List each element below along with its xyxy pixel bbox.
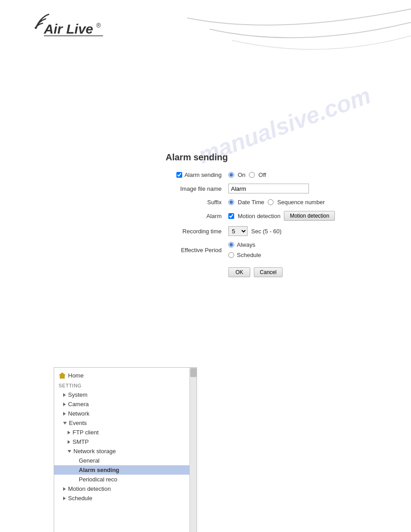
image-file-name-row: Image file name — [166, 184, 398, 193]
sidebar-system-label: System — [68, 391, 87, 398]
arrow-right-icon — [63, 412, 66, 416]
sidebar-general-label: General — [79, 457, 99, 464]
sidebar-smtp-label: SMTP — [73, 438, 89, 445]
motion-detection-button[interactable]: Motion detection — [284, 211, 335, 221]
always-option: Always — [228, 241, 255, 248]
alarm-on-label: On — [238, 172, 245, 178]
sidebar-item-ftp-client[interactable]: FTP client — [54, 428, 189, 437]
svg-text:®: ® — [96, 22, 101, 29]
button-row: OK Cancel — [228, 267, 398, 277]
sidebar-setting-title: SETTING — [54, 381, 189, 390]
image-file-input[interactable] — [228, 184, 309, 193]
suffix-datetime-label: Date Time — [238, 199, 264, 206]
sidebar-item-network-storage[interactable]: Network storage — [54, 446, 189, 456]
sidebar-item-periodical-rec[interactable]: Periodical reco — [54, 475, 189, 484]
alarm-sending-text: Alarm sending — [184, 172, 222, 178]
sidebar-schedule-label: Schedule — [68, 495, 92, 502]
sidebar-periodical-label: Periodical reco — [79, 476, 117, 483]
arrow-right-icon — [68, 440, 70, 444]
sidebar-item-smtp[interactable]: SMTP — [54, 437, 189, 446]
content-area: Alarm sending Alarm sending On Off Image… — [152, 143, 411, 286]
recording-time-unit: Sec (5 - 60) — [251, 228, 282, 235]
sidebar-network-label: Network — [68, 410, 90, 417]
always-label: Always — [237, 241, 255, 248]
svg-text:Air Live: Air Live — [43, 21, 93, 36]
sidebar-alarm-sending-label: Alarm sending — [79, 467, 119, 473]
arrow-right-icon — [63, 393, 66, 397]
alarm-off-radio[interactable] — [249, 172, 255, 178]
sidebar-item-system[interactable]: System — [54, 390, 189, 399]
recording-time-control: 5 10 15 30 60 Sec (5 - 60) — [228, 226, 282, 236]
suffix-datetime-radio[interactable] — [228, 199, 234, 205]
recording-time-label: Recording time — [166, 228, 228, 235]
recording-time-row: Recording time 5 10 15 30 60 Sec (5 - 60… — [166, 226, 398, 236]
page-title: Alarm sending — [166, 152, 398, 163]
recording-time-select[interactable]: 5 10 15 30 60 — [228, 226, 248, 236]
suffix-label: Suffix — [166, 199, 228, 206]
sidebar-item-camera[interactable]: Camera — [54, 399, 189, 409]
sidebar-item-alarm-sending[interactable]: Alarm sending — [54, 465, 189, 475]
image-file-label: Image file name — [166, 185, 228, 192]
suffix-sequence-radio[interactable] — [268, 199, 274, 205]
sidebar-item-events[interactable]: Events — [54, 418, 189, 428]
sidebar-scrollbar[interactable] — [189, 368, 197, 532]
alarm-label: Alarm — [166, 213, 228, 219]
header: Air Live ® — [0, 0, 411, 72]
cancel-button[interactable]: Cancel — [254, 267, 282, 277]
effective-period-control: Always Schedule — [228, 241, 261, 258]
sidebar-item-network[interactable]: Network — [54, 409, 189, 418]
sidebar-network-storage-label: Network storage — [73, 448, 116, 455]
alarm-sending-radios: On Off — [228, 172, 266, 178]
sidebar-item-schedule[interactable]: Schedule — [54, 493, 189, 503]
sidebar-events-label: Events — [69, 420, 87, 426]
sidebar-item-motion-detection[interactable]: Motion detection — [54, 484, 189, 493]
suffix-sequence-label: Sequence number — [277, 199, 325, 206]
motion-detection-label: Motion detection — [238, 213, 280, 219]
sidebar-motion-label: Motion detection — [68, 485, 111, 492]
effective-period-row: Effective Period Always Schedule — [166, 241, 398, 258]
sidebar-home-label: Home — [68, 372, 84, 379]
sidebar-item-general[interactable]: General — [54, 456, 189, 465]
alarm-sending-checkbox[interactable] — [176, 172, 182, 178]
arrow-down-icon — [68, 450, 71, 453]
motion-detection-checkbox[interactable] — [228, 213, 234, 219]
schedule-option: Schedule — [228, 252, 261, 258]
arrow-right-icon — [63, 487, 66, 491]
alarm-off-label: Off — [258, 172, 266, 178]
schedule-label: Schedule — [237, 252, 261, 258]
arrow-right-icon — [68, 431, 70, 434]
scroll-thumb[interactable] — [190, 368, 197, 377]
alarm-sending-label-cell: Alarm sending — [166, 172, 228, 178]
sidebar-ftp-label: FTP client — [73, 429, 98, 436]
alarm-on-radio[interactable] — [228, 172, 234, 178]
sidebar-home[interactable]: Home — [54, 370, 189, 381]
sidebar-camera-label: Camera — [68, 401, 89, 408]
image-file-control — [228, 184, 309, 193]
sidebar: Home SETTING System Camera Network Event… — [54, 367, 197, 532]
header-decoration — [142, 0, 411, 72]
arrow-down-icon — [63, 422, 67, 425]
alarm-row: Alarm Motion detection Motion detection — [166, 211, 398, 221]
alarm-control: Motion detection Motion detection — [228, 211, 335, 221]
airlive-logo: Air Live ® — [27, 13, 121, 43]
suffix-control: Date Time Sequence number — [228, 199, 325, 206]
arrow-right-icon — [63, 497, 66, 500]
suffix-row: Suffix Date Time Sequence number — [166, 199, 398, 206]
svg-point-0 — [35, 27, 37, 29]
alarm-sending-form: Alarm sending On Off Image file name Suf… — [166, 172, 398, 277]
always-radio[interactable] — [228, 242, 234, 248]
ok-button[interactable]: OK — [228, 267, 250, 277]
effective-period-label: Effective Period — [166, 247, 228, 253]
alarm-sending-row: Alarm sending On Off — [166, 172, 398, 178]
schedule-radio[interactable] — [228, 252, 234, 258]
arrow-right-icon — [63, 403, 66, 406]
logo: Air Live ® — [27, 13, 121, 44]
